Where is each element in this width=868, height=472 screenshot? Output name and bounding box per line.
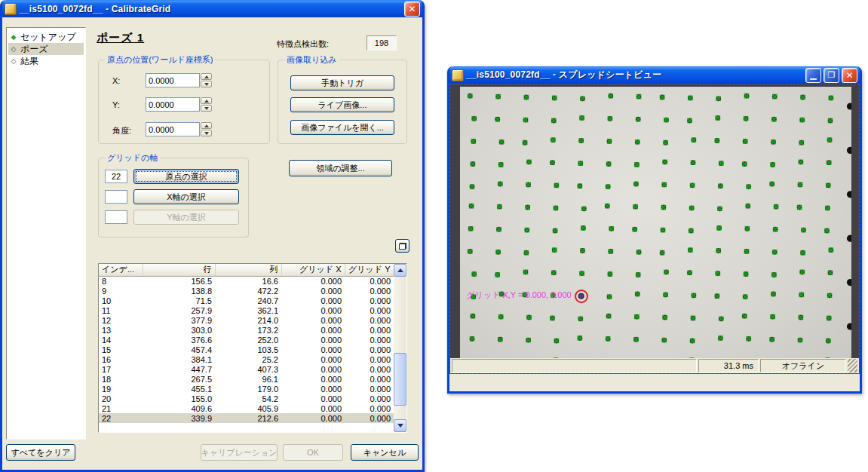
app-icon xyxy=(5,3,17,15)
diamond-outline-icon: ◇ xyxy=(10,45,17,53)
table-cell: 0.000 xyxy=(345,394,394,403)
live-image-button[interactable]: ライブ画像... xyxy=(290,97,394,112)
adjust-region-button[interactable]: 領域の調整... xyxy=(289,160,392,176)
window-title: __is5100_0072fd__ - スプレッドシートビュー xyxy=(466,69,803,81)
table-cell: 71.5 xyxy=(143,296,215,305)
nav-item-pose[interactable]: ◇ ポーズ xyxy=(8,43,84,55)
table-row[interactable]: 20155.054.20.0000.000 xyxy=(99,394,394,403)
table-header-row[interactable]: インデ... 行 列 グリッド X グリッド Y xyxy=(99,264,394,276)
origin-count-field[interactable]: 22 xyxy=(105,170,127,183)
table-row[interactable]: 12377.9214.00.0000.000 xyxy=(99,315,394,325)
table-cell: 0.000 xyxy=(281,325,345,335)
group-title: 画像取り込み xyxy=(284,54,339,66)
scrollbar-thumb[interactable] xyxy=(394,353,406,406)
x-axis-count-field[interactable] xyxy=(105,190,127,204)
table-cell: 267.5 xyxy=(143,374,215,384)
table-cell: 240.7 xyxy=(215,296,281,305)
table-row[interactable]: 13303.0173.20.0000.000 xyxy=(99,325,394,335)
popout-button[interactable] xyxy=(395,239,409,253)
app-icon xyxy=(452,69,464,81)
table-row[interactable]: 16384.125.20.0000.000 xyxy=(99,354,394,364)
close-icon[interactable]: ✕ xyxy=(404,2,420,17)
resize-grip[interactable] xyxy=(848,359,857,372)
table-row[interactable]: 15457.4103.50.0000.000 xyxy=(99,345,394,354)
open-image-file-button[interactable]: 画像ファイルを開く... xyxy=(290,120,394,135)
table-cell: 19 xyxy=(99,384,143,394)
table-row[interactable]: 14376.6252.00.0000.000 xyxy=(99,335,394,345)
col-column[interactable]: 列 xyxy=(215,264,281,276)
feature-count-value: 198 xyxy=(367,35,397,51)
y-spinner[interactable] xyxy=(201,97,212,112)
camera-image[interactable]: グリッド X,Y = 0.000, 0.000 xyxy=(460,87,851,372)
x-field[interactable]: 0.0000 xyxy=(146,73,200,87)
col-row[interactable]: 行 xyxy=(143,264,215,276)
table-row[interactable]: 21409.6405.90.0000.000 xyxy=(99,403,394,413)
origin-position-group: 原点の位置(ワールド座標系) X: 0.0000 Y: 0.0000 角度: 0… xyxy=(98,60,270,144)
angle-field[interactable]: 0.0000 xyxy=(146,122,200,136)
select-x-axis-button[interactable]: X軸の選択 xyxy=(133,189,239,204)
col-grid-y[interactable]: グリッド Y xyxy=(345,264,394,276)
y-axis-count-field[interactable] xyxy=(105,210,127,224)
table-cell: 20 xyxy=(99,394,143,403)
titlebar[interactable]: __is5100_0072fd__ - CalibrateGrid ✕ xyxy=(2,0,422,17)
status-offline: オフライン xyxy=(760,359,846,372)
scroll-down-icon[interactable] xyxy=(394,419,406,432)
scroll-up-icon[interactable] xyxy=(394,264,406,277)
table-cell: 0.000 xyxy=(281,345,345,354)
spin-down-icon[interactable] xyxy=(201,81,212,87)
vertical-scrollbar[interactable] xyxy=(394,264,406,432)
maximize-icon[interactable]: ❐ xyxy=(824,68,839,83)
minimize-icon[interactable]: ▁ xyxy=(805,68,821,83)
table-cell: 0.000 xyxy=(281,315,345,325)
titlebar[interactable]: __is5100_0072fd__ - スプレッドシートビュー ▁ ❐ ✕ xyxy=(449,66,860,84)
nav-item-setup[interactable]: ◆ セットアップ xyxy=(8,31,84,43)
table-cell: 0.000 xyxy=(281,296,345,305)
table-row[interactable]: 19455.1179.00.0000.000 xyxy=(99,384,394,394)
spin-down-icon[interactable] xyxy=(201,130,212,136)
table-cell: 0.000 xyxy=(281,384,345,394)
table-cell: 0.000 xyxy=(281,354,345,364)
table-cell: 18 xyxy=(99,374,143,384)
table-cell: 0.000 xyxy=(345,335,394,345)
status-spacer xyxy=(452,359,697,372)
table-cell: 0.000 xyxy=(281,374,345,384)
col-index[interactable]: インデ... xyxy=(99,264,143,276)
table-row[interactable]: 1071.5240.70.0000.000 xyxy=(99,296,394,305)
table-cell: 0.000 xyxy=(345,403,394,413)
status-bar: 31.3 ms オフライン xyxy=(450,358,859,373)
select-origin-button[interactable]: 原点の選択 xyxy=(133,169,239,184)
table-cell: 16 xyxy=(99,354,143,364)
y-label: Y: xyxy=(112,100,120,109)
table-row[interactable]: 17447.7407.30.0000.000 xyxy=(99,364,394,374)
manual-trigger-button[interactable]: 手動トリガ xyxy=(290,75,394,90)
select-y-axis-button: Y軸の選択 xyxy=(133,210,239,225)
close-icon[interactable]: ✕ xyxy=(842,68,857,83)
table-cell: 96.1 xyxy=(215,374,281,384)
y-field[interactable]: 0.0000 xyxy=(146,97,200,112)
table-cell: 13 xyxy=(99,325,143,335)
table-cell: 12 xyxy=(99,315,143,325)
spin-down-icon[interactable] xyxy=(201,105,212,112)
desktop: __is5100_0072fd__ - CalibrateGrid ✕ ◆ セッ… xyxy=(0,0,868,472)
table-row[interactable]: 22339.9212.60.0000.000 xyxy=(99,413,394,423)
spin-up-icon[interactable] xyxy=(201,97,212,104)
spin-up-icon[interactable] xyxy=(201,73,212,80)
col-grid-x[interactable]: グリッド X xyxy=(281,264,345,276)
table-cell: 0.000 xyxy=(345,364,394,374)
table-row[interactable]: 8156.516.60.0000.000 xyxy=(99,276,394,286)
clear-all-button[interactable]: すべてをクリア xyxy=(6,444,75,461)
table-cell: 138.8 xyxy=(143,286,215,296)
table-cell: 8 xyxy=(99,276,143,286)
spin-up-icon[interactable] xyxy=(201,122,212,129)
table-row[interactable]: 9138.8472.20.0000.000 xyxy=(99,286,394,296)
image-view-client[interactable]: グリッド X,Y = 0.000, 0.000 31.3 ms オフライン xyxy=(449,84,860,374)
table-cell: 173.2 xyxy=(215,325,281,335)
cancel-button[interactable]: キャンセル xyxy=(351,444,419,461)
angle-spinner[interactable] xyxy=(201,122,212,136)
nav-item-results[interactable]: ◇ 結果 xyxy=(8,55,84,67)
table-cell: 156.5 xyxy=(143,276,215,286)
table-cell: 0.000 xyxy=(281,335,345,345)
table-row[interactable]: 11257.9362.10.0000.000 xyxy=(99,305,394,315)
table-row[interactable]: 18267.596.10.0000.000 xyxy=(99,374,394,384)
x-spinner[interactable] xyxy=(201,73,212,87)
